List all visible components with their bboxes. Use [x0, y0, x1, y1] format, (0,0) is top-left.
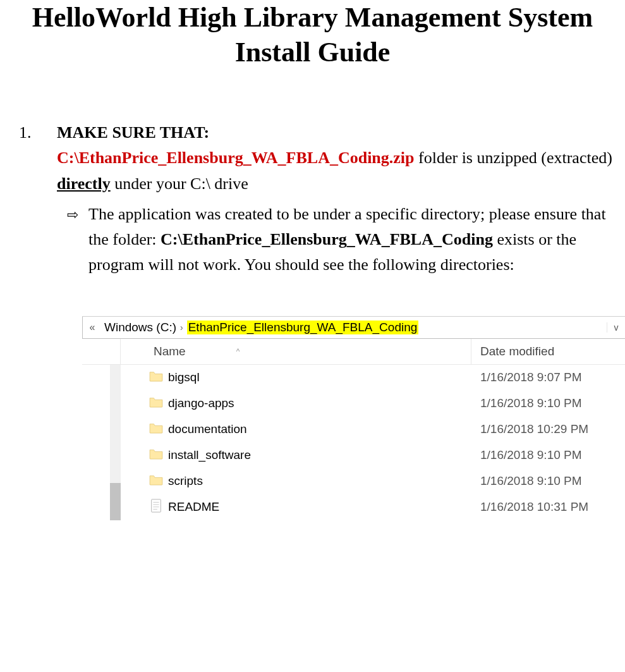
folder-icon: [149, 422, 168, 437]
breadcrumb: Windows (C:) › EthanPrice_Ellensburg_WA_…: [102, 321, 607, 334]
folder-icon: [149, 370, 168, 385]
column-header-name[interactable]: Name ^: [150, 345, 471, 358]
document-page: HelloWorld High Library Management Syste…: [0, 0, 625, 520]
folder-row[interactable]: install_software1/16/2018 9:10 PM: [82, 443, 625, 468]
item-date: 1/16/2018 9:07 PM: [471, 370, 625, 384]
text-file-icon: [149, 499, 168, 516]
column-header-date[interactable]: Date modified: [471, 339, 625, 364]
item-name: django-apps: [168, 396, 471, 410]
svg-rect-0: [152, 499, 161, 512]
step-line-2: C:\EthanPrice_Ellensburg_WA_FBLA_Coding.…: [57, 145, 612, 197]
item-date: 1/16/2018 10:31 PM: [471, 500, 625, 514]
step-text-b: under your C:\ drive: [111, 174, 248, 193]
item-name: documentation: [168, 422, 471, 436]
scrollbar-thumb[interactable]: [110, 483, 121, 520]
item-date: 1/16/2018 9:10 PM: [471, 474, 625, 488]
chevron-right-icon[interactable]: ›: [180, 322, 183, 333]
file-list: bigsql1/16/2018 9:07 PMdjango-apps1/16/2…: [82, 365, 625, 520]
folder-icon: [149, 396, 168, 411]
item-date: 1/16/2018 10:29 PM: [471, 422, 625, 436]
address-bar[interactable]: « Windows (C:) › EthanPrice_Ellensburg_W…: [82, 317, 625, 339]
folder-icon: [149, 474, 168, 489]
file-explorer: « Windows (C:) › EthanPrice_Ellensburg_W…: [82, 316, 625, 520]
breadcrumb-overflow-icon[interactable]: «: [83, 322, 102, 333]
folder-row[interactable]: documentation1/16/2018 10:29 PM: [82, 417, 625, 443]
step-text-a: folder is unzipped (extracted): [415, 149, 612, 167]
chevron-down-icon[interactable]: v: [607, 322, 625, 333]
step-number: 1.: [19, 120, 57, 145]
make-sure-heading: MAKE SURE THAT:: [57, 123, 209, 142]
step-line-1: MAKE SURE THAT:: [57, 120, 612, 145]
name-header-label: Name: [154, 345, 186, 358]
folder-row[interactable]: scripts1/16/2018 9:10 PM: [82, 468, 625, 494]
step-1: 1. MAKE SURE THAT: C:\EthanPrice_Ellensb…: [19, 120, 612, 278]
folder-icon: [149, 448, 168, 463]
document-body: 1. MAKE SURE THAT: C:\EthanPrice_Ellensb…: [0, 120, 625, 520]
folder-row[interactable]: django-apps1/16/2018 9:10 PM: [82, 391, 625, 417]
directly-word: directly: [57, 174, 111, 193]
folder-row[interactable]: bigsql1/16/2018 9:07 PM: [82, 365, 625, 391]
breadcrumb-current[interactable]: EthanPrice_Ellensburg_WA_FBLA_Coding: [187, 321, 419, 334]
item-name: bigsql: [168, 370, 471, 384]
zip-path: C:\EthanPrice_Ellensburg_WA_FBLA_Coding.…: [57, 149, 415, 167]
breadcrumb-drive[interactable]: Windows (C:): [104, 321, 176, 334]
item-name: scripts: [168, 474, 471, 488]
step-body: MAKE SURE THAT: C:\EthanPrice_Ellensburg…: [57, 120, 612, 278]
scrollbar-vertical[interactable]: [110, 365, 121, 520]
item-name: install_software: [168, 448, 471, 462]
date-header-label: Date modified: [480, 345, 554, 358]
header-spacer: [82, 339, 121, 364]
document-title: HelloWorld High Library Management Syste…: [0, 0, 625, 70]
item-date: 1/16/2018 9:10 PM: [471, 396, 625, 410]
arrow-right-icon: ⇨: [57, 202, 88, 226]
item-name: README: [168, 500, 471, 514]
file-row[interactable]: README1/16/2018 10:31 PM: [82, 494, 625, 520]
item-date: 1/16/2018 9:10 PM: [471, 448, 625, 462]
sub-bullet-1: ⇨ The application was created to be unde…: [57, 202, 612, 278]
sort-asc-icon: ^: [236, 347, 240, 356]
folder-path: C:\EthanPrice_Ellensburg_WA_FBLA_Coding: [161, 230, 493, 248]
column-headers: Name ^ Date modified: [82, 339, 625, 365]
sub-bullet-text: The application was created to be under …: [88, 202, 612, 278]
